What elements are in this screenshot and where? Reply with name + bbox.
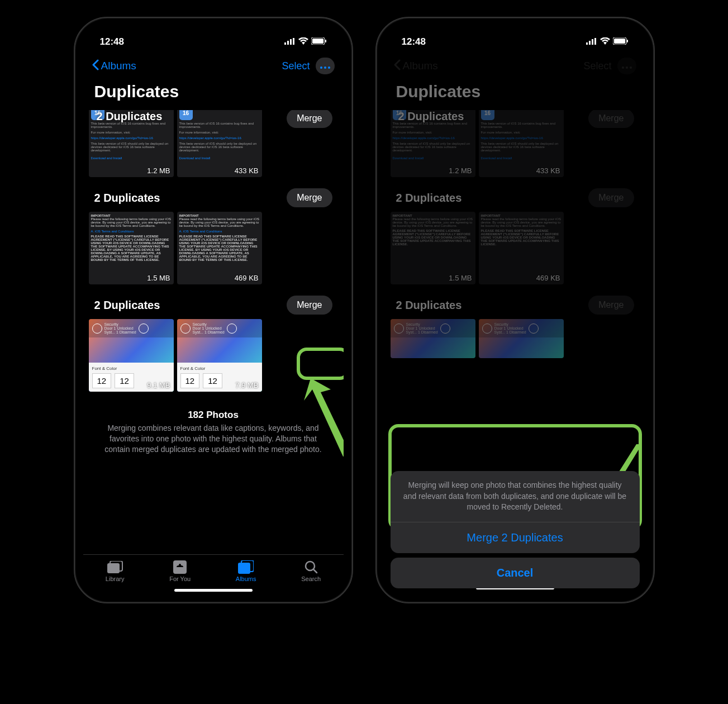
file-size: 7.9 MB — [235, 381, 258, 389]
wifi-icon — [298, 36, 308, 47]
status-icons — [284, 36, 327, 47]
page-title: Duplicates — [385, 80, 645, 110]
thumbnail: SecurityDoor 1 UnlockedSyst... 1 Disarme… — [391, 319, 475, 358]
svg-rect-17 — [586, 42, 588, 45]
group-label: 2 Duplicates — [396, 299, 462, 312]
cancel-button[interactable]: Cancel — [391, 558, 640, 588]
screen: 12:48 Albums Select — [83, 26, 344, 594]
file-size: 469 KB — [235, 274, 259, 282]
tab-albums[interactable]: Albums — [236, 560, 256, 582]
duplicate-group: 2 Duplicates 16 This beta version of iOS… — [89, 110, 338, 177]
sheet-card: Merging will keep one photo that combine… — [391, 471, 640, 553]
phone-right: 12:48 Albums Select — [375, 17, 655, 603]
back-button[interactable]: Albums — [92, 59, 136, 73]
merge-button: Merge — [588, 296, 634, 315]
select-button: Select — [583, 60, 611, 72]
file-size: 469 KB — [536, 274, 560, 282]
svg-rect-10 — [107, 563, 120, 573]
merge-button: Merge — [588, 188, 634, 207]
back-button: Albums — [394, 59, 438, 73]
file-size: 433 KB — [536, 167, 560, 175]
status-time: 12:48 — [100, 36, 124, 47]
group-label: 2 Duplicates — [97, 110, 163, 123]
cellular-icon — [284, 36, 296, 47]
merge-button[interactable]: Merge — [287, 110, 332, 128]
svg-rect-19 — [592, 39, 593, 45]
merge-duplicates-button[interactable]: Merge 2 Duplicates — [391, 522, 640, 553]
file-size: 9.1 MB — [147, 381, 170, 389]
thumbnail[interactable]: 16 This beta version of iOS 16 contains … — [177, 110, 262, 177]
phone-left: 12:48 Albums Select — [74, 17, 353, 603]
thumbnail: SecurityDoor 1 UnlockedSyst... 1 Disarme… — [479, 319, 564, 358]
search-icon — [303, 560, 320, 574]
thumbnail: IMPORTANT Please read the following term… — [479, 212, 564, 284]
svg-rect-20 — [594, 38, 596, 45]
group-label: 2 Duplicates — [396, 192, 462, 204]
file-size: 1.5 MB — [147, 274, 170, 282]
select-button[interactable]: Select — [282, 60, 310, 72]
tab-label: Albums — [236, 575, 256, 582]
ellipsis-icon — [320, 61, 330, 71]
tab-bar: Library For You Albums Search — [83, 554, 344, 586]
svg-point-9 — [328, 66, 330, 69]
notch — [473, 26, 557, 45]
tab-search[interactable]: Search — [301, 560, 321, 582]
footer: 182 Photos Merging combines relevant dat… — [89, 403, 338, 455]
chevron-left-icon — [394, 59, 401, 73]
tab-foryou[interactable]: For You — [169, 560, 191, 582]
thumbnail[interactable]: IMPORTANT Please read the following term… — [177, 212, 262, 284]
thumbnail[interactable]: SecurityDoor 1 UnlockedSyst... 1 Disarme… — [177, 319, 262, 392]
library-icon — [107, 560, 123, 574]
status-icons — [586, 36, 629, 47]
svg-point-24 — [622, 66, 624, 69]
file-size: 1.2 MB — [449, 167, 472, 175]
svg-rect-0 — [284, 42, 286, 45]
merge-button[interactable]: Merge — [287, 296, 332, 315]
home-indicator[interactable] — [174, 589, 253, 592]
screen: 12:48 Albums Select — [385, 26, 645, 594]
nav-bar: Albums Select — [385, 52, 645, 80]
duplicate-group: 2 Duplicates Merge IMPORTANT Please read… — [89, 188, 338, 284]
svg-rect-23 — [627, 40, 628, 42]
duplicate-group: 2 Duplicates Merge IMPORTANT Please read… — [391, 188, 640, 284]
thumbnail[interactable]: IMPORTANT Please read the following term… — [89, 212, 174, 284]
battery-icon — [311, 36, 327, 47]
thumbnail: 16 This beta version of iOS 16 contains … — [479, 110, 564, 177]
group-label: 2 Duplicates — [398, 110, 464, 123]
merge-button: Merge — [588, 110, 634, 128]
duplicate-group: 2 Duplicates 16 This beta version of iOS… — [391, 110, 640, 177]
svg-rect-18 — [589, 41, 591, 45]
content[interactable]: 2 Duplicates 16 This beta version of iOS… — [83, 110, 344, 554]
merge-button[interactable]: Merge — [287, 188, 332, 207]
battery-icon — [613, 36, 629, 47]
thumbnail[interactable]: SecurityDoor 1 UnlockedSyst... 1 Disarme… — [89, 319, 174, 392]
svg-point-25 — [626, 66, 628, 69]
photo-count: 182 Photos — [102, 410, 325, 421]
more-button — [617, 58, 636, 74]
file-size: 433 KB — [235, 167, 259, 175]
svg-rect-1 — [287, 41, 289, 45]
foryou-icon — [172, 560, 188, 574]
cellular-icon — [586, 36, 597, 47]
sheet-message: Merging will keep one photo that combine… — [391, 471, 640, 522]
back-label: Albums — [403, 60, 438, 72]
tab-library[interactable]: Library — [106, 560, 125, 582]
svg-rect-22 — [614, 39, 625, 44]
ellipsis-icon — [622, 61, 632, 71]
file-size: 1.2 MB — [147, 167, 170, 175]
more-button[interactable] — [316, 58, 335, 74]
notch — [172, 26, 255, 45]
nav-bar: Albums Select — [83, 52, 344, 80]
nav-right: Select — [282, 58, 334, 74]
back-label: Albums — [101, 60, 136, 72]
page-title: Duplicates — [83, 80, 344, 110]
svg-point-7 — [320, 66, 322, 69]
duplicate-group: 2 Duplicates Merge SecurityDoor 1 Unlock… — [89, 296, 338, 392]
tab-label: Library — [106, 575, 125, 582]
duplicate-group: 2 Duplicates Merge SecurityDoor 1 Unlock… — [391, 296, 640, 358]
svg-point-26 — [630, 66, 632, 69]
svg-rect-2 — [290, 39, 292, 45]
group-label: 2 Duplicates — [94, 299, 160, 312]
nav-right: Select — [583, 58, 636, 74]
svg-line-16 — [313, 569, 317, 573]
